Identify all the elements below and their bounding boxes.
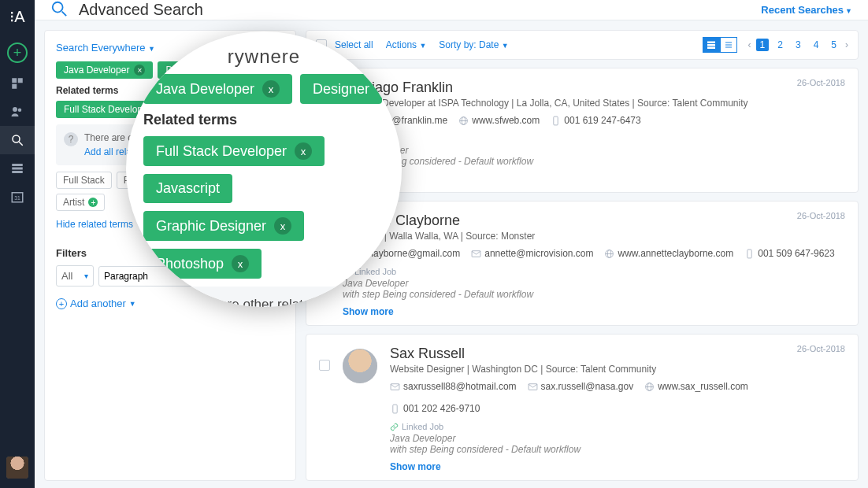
svg-line-13	[62, 12, 67, 16]
view-toggle	[703, 37, 737, 53]
result-card: 26-Oct-2018 Sax Russell Website Designer…	[306, 334, 859, 481]
remove-tag-icon[interactable]: x	[232, 255, 249, 272]
page-header: Advanced Search Recent Searches▼	[35, 0, 868, 20]
search-icon	[50, 0, 68, 20]
view-list[interactable]	[720, 37, 737, 53]
svg-rect-24	[554, 116, 558, 125]
view-cards[interactable]	[703, 37, 720, 53]
email-icon: saxrussell88@hotmail.com	[390, 381, 517, 392]
mag-related-tag[interactable]: Graphic Designerx	[143, 211, 304, 241]
nav-search[interactable]	[0, 126, 35, 154]
linked-job-label: Linked Job	[390, 422, 845, 431]
help-icon: ?	[64, 132, 78, 146]
filter-scope-select[interactable]: All▾	[56, 265, 94, 287]
svg-rect-7	[12, 164, 23, 166]
svg-rect-9	[12, 171, 23, 173]
page-1[interactable]: 1	[756, 39, 770, 51]
result-date: 26-Oct-2018	[797, 78, 845, 87]
svg-rect-8	[12, 168, 23, 170]
svg-rect-31	[391, 383, 399, 390]
svg-line-6	[19, 142, 23, 146]
globe-icon: www.sfweb.com	[458, 115, 540, 126]
candidate-name[interactable]: Sax Russell	[390, 346, 845, 362]
sort-menu[interactable]: Sorty by: Date ▼	[439, 39, 508, 50]
linked-job-title: Java Developer	[343, 278, 845, 289]
globe-icon: www.annetteclayborne.com	[604, 248, 733, 259]
linked-job-label: Linked Job	[343, 134, 845, 143]
left-nav: ⁝A + 31	[0, 0, 35, 488]
user-avatar[interactable]	[6, 457, 28, 479]
nav-library[interactable]	[0, 154, 35, 183]
show-more[interactable]: Show more	[343, 306, 394, 317]
nav-people[interactable]	[0, 98, 35, 126]
email-icon: sax.russell@nasa.gov	[528, 381, 634, 392]
candidate-name[interactable]: Annette Clayborne	[343, 213, 845, 229]
svg-rect-14	[707, 42, 715, 44]
search-scope[interactable]: Search Everywhere ▼	[56, 42, 155, 54]
svg-rect-16	[707, 47, 715, 50]
suggested-term[interactable]: Artist+	[56, 194, 105, 211]
svg-rect-2	[12, 84, 17, 89]
candidate-subtitle: Website Designer | Washington DC | Sourc…	[390, 364, 845, 375]
add-another-filter[interactable]: +Add another ▼	[56, 298, 136, 309]
select-all-link[interactable]: Select all	[335, 39, 373, 50]
page-4[interactable]: 4	[810, 39, 823, 51]
nav-calendar[interactable]: 31	[0, 183, 35, 211]
linked-job-title: Java Developer	[343, 145, 845, 156]
app-logo: ⁝A	[6, 5, 29, 28]
svg-rect-1	[18, 78, 23, 83]
show-more[interactable]: Show more	[390, 461, 441, 472]
linked-job-step: with step Being considered - Default wor…	[390, 444, 845, 455]
results-panel: Select all Actions ▼ Sorty by: Date ▼ ‹ …	[306, 30, 859, 481]
remove-tag-icon[interactable]: x	[262, 80, 280, 98]
page-prev[interactable]: ‹	[748, 39, 751, 50]
page-title: Advanced Search	[79, 1, 761, 19]
results-toolbar: Select all Actions ▼ Sorty by: Date ▼ ‹ …	[306, 30, 859, 60]
remove-tag-icon[interactable]: x	[274, 217, 291, 235]
svg-point-12	[53, 2, 63, 13]
candidate-avatar	[343, 349, 377, 383]
page-5[interactable]: 5	[827, 39, 840, 51]
linked-job-label: Linked Job	[343, 267, 845, 276]
result-checkbox[interactable]	[319, 360, 330, 371]
svg-rect-15	[707, 44, 715, 46]
result-date: 26-Oct-2018	[797, 344, 845, 353]
page-next[interactable]: ›	[845, 39, 848, 50]
linked-job-step: with step Being considered - Default wor…	[343, 156, 845, 167]
hide-related-terms[interactable]: Hide related terms	[56, 219, 133, 230]
linked-job-step: with step Being considered - Default wor…	[343, 289, 845, 300]
svg-rect-30	[747, 250, 751, 258]
svg-point-3	[13, 107, 17, 112]
suggested-term[interactable]: Full Stack	[56, 172, 112, 189]
mag-tag[interactable]: Java Developerx	[143, 74, 292, 104]
svg-text:31: 31	[14, 195, 20, 201]
remove-tag-icon[interactable]: x	[295, 142, 312, 160]
svg-rect-32	[529, 383, 537, 390]
svg-rect-0	[12, 78, 17, 83]
svg-rect-36	[393, 405, 397, 413]
remove-tag-icon[interactable]: ×	[134, 65, 145, 76]
add-term-icon[interactable]: +	[88, 198, 98, 207]
phone-icon: 001 202 426-9710	[390, 403, 480, 414]
nav-dashboard[interactable]	[0, 69, 35, 98]
page-3[interactable]: 3	[792, 39, 805, 51]
pagination: ‹ 1 2 3 4 5 ›	[748, 39, 848, 51]
zoom-overlay: rywnere Java Developerx Designer Related…	[126, 31, 402, 307]
svg-point-5	[13, 135, 20, 142]
candidate-subtitle: Illustrator | Walla Walla, WA | Source: …	[343, 231, 845, 242]
add-button[interactable]: +	[7, 43, 28, 63]
phone-icon: 001 509 647-9623	[744, 248, 834, 259]
candidate-name[interactable]: Santiago Franklin	[343, 79, 845, 96]
svg-rect-26	[472, 250, 480, 257]
phone-icon: 001 619 247-6473	[551, 115, 640, 126]
page-2[interactable]: 2	[773, 39, 787, 51]
mag-related-tag[interactable]: Javascript	[143, 174, 232, 203]
svg-point-4	[18, 109, 22, 113]
mag-related-tag[interactable]: Full Stack Developerx	[143, 136, 325, 166]
email-icon: annette@microvision.com	[471, 248, 593, 259]
actions-menu[interactable]: Actions ▼	[386, 39, 427, 50]
recent-searches[interactable]: Recent Searches▼	[761, 4, 852, 16]
linked-job-title: Java Developer	[390, 433, 845, 444]
result-date: 26-Oct-2018	[797, 211, 845, 220]
search-tag[interactable]: Java Developer×	[56, 61, 153, 79]
